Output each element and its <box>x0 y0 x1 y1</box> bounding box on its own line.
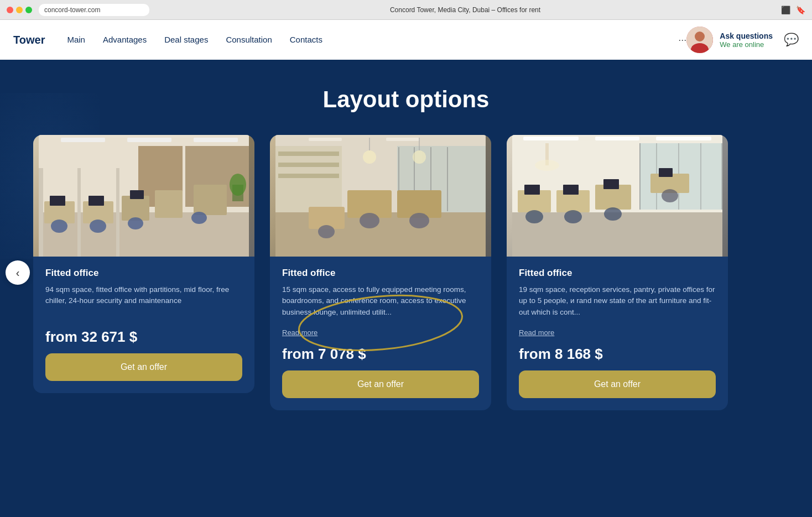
card-3: Fitted office 19 sqm space, reception se… <box>507 135 728 410</box>
svg-point-45 <box>318 225 335 238</box>
svg-rect-60 <box>700 143 701 210</box>
nav-item-consultation[interactable]: Consultation <box>226 35 272 45</box>
svg-rect-69 <box>563 185 579 195</box>
nav-ask-section: Ask questions We are online <box>720 32 773 49</box>
svg-rect-11 <box>77 168 81 257</box>
svg-rect-61 <box>721 143 722 210</box>
navbar: Tower Main Advantages Deal stages Consul… <box>0 20 812 60</box>
card-1: Fitted office 94 sqm space, fitted offic… <box>33 135 254 393</box>
svg-point-43 <box>360 213 379 228</box>
svg-point-46 <box>363 150 376 164</box>
svg-rect-29 <box>309 138 342 141</box>
close-dot[interactable] <box>7 7 13 13</box>
svg-point-24 <box>191 212 207 224</box>
svg-rect-10 <box>39 168 43 257</box>
card-2-price: from 7 078 $ <box>282 346 479 363</box>
svg-rect-55 <box>656 137 711 140</box>
nav-links: Main Advantages Deal stages Consultation… <box>67 35 676 45</box>
svg-rect-70 <box>603 179 619 189</box>
card-2-body: Fitted office 15 sqm space, access to fu… <box>270 257 491 410</box>
nav-brand[interactable]: Tower <box>13 34 45 46</box>
card-3-get-offer-button[interactable]: Get an offer <box>519 370 716 398</box>
svg-point-22 <box>90 220 106 233</box>
nav-avatar <box>686 27 713 53</box>
browser-extensions-icon[interactable]: ⬛ <box>781 6 790 14</box>
svg-rect-19 <box>89 196 104 206</box>
svg-rect-39 <box>278 174 339 178</box>
card-2-wrapper: Fitted office 15 sqm space, access to fu… <box>270 135 491 410</box>
card-2: Fitted office 15 sqm space, access to fu… <box>270 135 491 410</box>
svg-rect-68 <box>524 185 540 195</box>
office-scene-2 <box>270 135 491 257</box>
svg-point-44 <box>409 213 429 228</box>
svg-point-23 <box>128 217 143 229</box>
prev-arrow-button[interactable]: ‹ <box>6 260 30 285</box>
card-2-image <box>270 135 491 257</box>
card-1-type: Fitted office <box>45 268 242 279</box>
svg-point-73 <box>604 207 622 221</box>
card-1-get-offer-button[interactable]: Get an offer <box>45 353 242 381</box>
card-1-price: from 32 671 $ <box>45 328 242 346</box>
nav-item-deal-stages[interactable]: Deal stages <box>164 35 208 45</box>
card-2-type: Fitted office <box>282 268 479 279</box>
main-content: Layout options ‹ <box>0 60 812 443</box>
svg-rect-57 <box>639 143 641 210</box>
card-3-body: Fitted office 19 sqm space, reception se… <box>507 257 728 410</box>
ask-questions-label: Ask questions <box>720 32 773 40</box>
card-3-type: Fitted office <box>519 268 716 279</box>
office-scene-1 <box>33 135 254 257</box>
svg-rect-30 <box>386 138 419 141</box>
svg-point-48 <box>413 150 426 164</box>
browser-bar: concord-tower.com Concord Tower, Media C… <box>0 0 812 20</box>
section-title: Layout options <box>33 86 779 113</box>
svg-rect-15 <box>122 196 149 221</box>
svg-point-26 <box>230 174 246 196</box>
card-2-description: 15 sqm space, access to fully equipped m… <box>282 284 479 323</box>
svg-rect-37 <box>278 152 339 156</box>
svg-rect-35 <box>447 147 448 211</box>
card-1-image <box>33 135 254 257</box>
card-3-read-more[interactable]: Read more <box>519 328 716 337</box>
card-3-image <box>507 135 728 257</box>
card-2-read-more[interactable]: Read more <box>282 328 479 337</box>
nav-item-contacts[interactable]: Contacts <box>290 35 322 45</box>
svg-rect-6 <box>127 138 171 142</box>
browser-toolbar-icons: ⬛ 🔖 <box>781 6 805 14</box>
cards-container: ‹ <box>33 135 779 410</box>
svg-rect-12 <box>116 168 119 257</box>
browser-window-controls <box>7 7 32 13</box>
svg-rect-7 <box>194 138 238 142</box>
svg-rect-5 <box>61 138 105 142</box>
nav-item-advantages[interactable]: Advantages <box>103 35 147 45</box>
svg-rect-53 <box>523 137 579 140</box>
svg-rect-20 <box>130 190 144 199</box>
card-2-get-offer-button[interactable]: Get an offer <box>282 370 479 398</box>
browser-tab-title: Concord Tower, Media City, Dubai – Offic… <box>154 6 777 14</box>
card-3-description: 19 sqm space, reception services, pantry… <box>519 284 716 323</box>
svg-rect-16 <box>155 190 183 218</box>
svg-rect-54 <box>595 137 639 140</box>
svg-rect-17 <box>194 185 227 215</box>
svg-point-71 <box>525 210 543 223</box>
svg-rect-18 <box>50 196 65 206</box>
online-status-label: We are online <box>720 40 764 49</box>
chat-icon[interactable]: 💬 <box>784 33 799 47</box>
browser-url-bar[interactable]: concord-tower.com <box>39 4 149 16</box>
card-3-price: from 8 168 $ <box>519 346 716 363</box>
svg-rect-38 <box>278 163 339 167</box>
svg-point-75 <box>535 160 559 171</box>
nav-more-button[interactable]: ··· <box>678 34 686 46</box>
svg-rect-63 <box>659 168 673 177</box>
nav-right: Ask questions We are online 💬 <box>686 27 799 53</box>
maximize-dot[interactable] <box>25 7 32 13</box>
card-1-body: Fitted office 94 sqm space, fitted offic… <box>33 257 254 393</box>
minimize-dot[interactable] <box>16 7 23 13</box>
svg-point-64 <box>662 189 678 202</box>
svg-point-1 <box>695 32 705 41</box>
avatar-image <box>686 27 713 53</box>
browser-bookmark-icon[interactable]: 🔖 <box>796 6 805 14</box>
nav-item-main[interactable]: Main <box>67 35 85 45</box>
card-1-description: 94 sqm space, fitted office with partiti… <box>45 284 242 323</box>
svg-point-21 <box>51 220 67 233</box>
office-scene-3 <box>507 135 728 257</box>
